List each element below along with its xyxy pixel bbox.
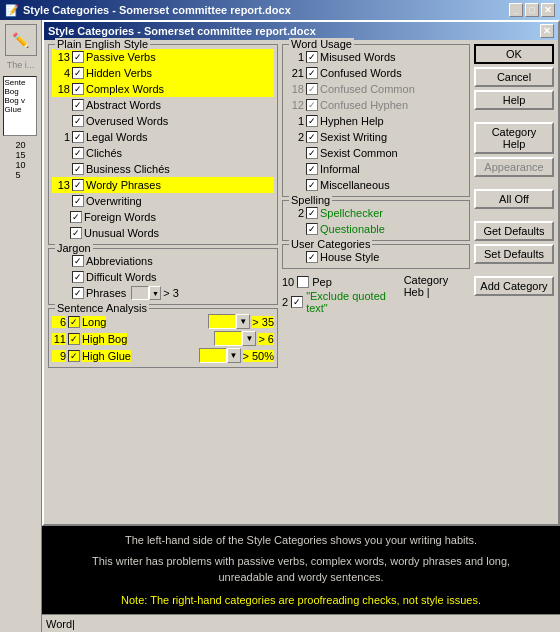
list-item[interactable]: 21 ✓ Confused Words <box>286 65 466 81</box>
list-item[interactable]: ✓ Foreign Words <box>52 209 274 225</box>
checkbox-passive[interactable]: ✓ <box>72 51 84 63</box>
close-button[interactable]: ✕ <box>541 3 555 17</box>
sidebar-text-area: SenteBogBog vGlue <box>3 76 39 136</box>
label-phrases: Phrases <box>86 287 126 299</box>
checkbox-misc[interactable]: ✓ <box>306 179 318 191</box>
bog-dropdown-arrow[interactable]: ▼ <box>242 331 256 346</box>
appearance-button[interactable]: Appearance <box>474 157 554 177</box>
list-item[interactable]: 11 ✓ High Bog ▼ > 6 <box>52 330 274 347</box>
checkbox-unusual[interactable]: ✓ <box>70 227 82 239</box>
checkbox-hyphen-help[interactable]: ✓ <box>306 115 318 127</box>
checkbox-phrases[interactable]: ✓ <box>72 287 84 299</box>
label-house-style: House Style <box>320 251 379 263</box>
label-overwriting: Overwriting <box>86 195 142 207</box>
checkbox-confused-common[interactable]: ✓ <box>306 83 318 95</box>
list-item[interactable]: 1 ✓ Legal Words <box>52 129 274 145</box>
list-item[interactable]: ✓ House Style <box>286 249 466 265</box>
label-informal: Informal <box>320 163 360 175</box>
list-item[interactable]: ✓ Phrases ▼ > 3 <box>52 285 274 301</box>
checkbox-exclude[interactable]: ✓ <box>291 296 303 308</box>
dialog-close-button[interactable]: ✕ <box>540 24 554 38</box>
checkbox-cliches[interactable]: ✓ <box>72 147 84 159</box>
list-item[interactable]: ✓ Abbreviations <box>52 253 274 269</box>
checkbox-questionable[interactable]: ✓ <box>306 223 318 235</box>
list-item[interactable]: 12 ✓ Confused Hyphen <box>286 97 466 113</box>
checkbox-misused[interactable]: ✓ <box>306 51 318 63</box>
glue-dropdown-arrow[interactable]: ▼ <box>227 348 241 363</box>
checkbox-legal[interactable]: ✓ <box>72 131 84 143</box>
list-item[interactable]: ✓ Overwriting <box>52 193 274 209</box>
maximize-button[interactable]: □ <box>525 3 539 17</box>
checkbox-overwriting[interactable]: ✓ <box>72 195 84 207</box>
label-unusual: Unusual Words <box>84 227 159 239</box>
get-defaults-button[interactable]: Get Defaults <box>474 221 554 241</box>
list-item[interactable]: ✓ Overused Words <box>52 113 274 129</box>
label-biz-cliches: Business Clichés <box>86 163 170 175</box>
buttons-column: OK Cancel Help Category Help Appearance … <box>474 44 554 314</box>
checkbox-overused[interactable]: ✓ <box>72 115 84 127</box>
checkbox-wordy[interactable]: ✓ <box>72 179 84 191</box>
status-bar: Word| <box>42 614 560 632</box>
list-item[interactable]: 18 ✓ Complex Words <box>52 81 274 97</box>
ok-button[interactable]: OK <box>474 44 554 64</box>
list-item[interactable]: ✓ Difficult Words <box>52 269 274 285</box>
glue-dropdown[interactable] <box>199 348 227 363</box>
glue-threshold: > 50% <box>243 350 275 362</box>
list-item[interactable]: 1 ✓ Misused Words <box>286 49 466 65</box>
checkbox-difficult[interactable]: ✓ <box>72 271 84 283</box>
checkbox-house-style[interactable]: ✓ <box>306 251 318 263</box>
checkbox-abstract[interactable]: ✓ <box>72 99 84 111</box>
add-category-button[interactable]: Add Category <box>474 276 554 296</box>
checkbox-sexist-common[interactable]: ✓ <box>306 147 318 159</box>
list-item[interactable]: ✓ Business Clichés <box>52 161 274 177</box>
checkbox-foreign[interactable]: ✓ <box>70 211 82 223</box>
list-item[interactable]: ✓ Unusual Words <box>52 225 274 241</box>
list-item[interactable]: 13 ✓ Passive Verbs <box>52 49 274 65</box>
sidebar-icon-pencil[interactable]: ✏️ <box>5 24 37 56</box>
list-item[interactable]: ✓ Clichés <box>52 145 274 161</box>
list-item[interactable]: ✓ Sexist Common <box>286 145 466 161</box>
list-item[interactable]: 1 ✓ Hyphen Help <box>286 113 466 129</box>
list-item[interactable]: ✓ Abstract Words <box>52 97 274 113</box>
list-item[interactable]: ✓ Questionable <box>286 221 466 237</box>
checkbox-sexist[interactable]: ✓ <box>306 131 318 143</box>
list-item[interactable]: 4 ✓ Hidden Verbs <box>52 65 274 81</box>
checkbox-long[interactable]: ✓ <box>68 316 80 328</box>
checkbox-bog[interactable]: ✓ <box>68 333 80 345</box>
list-item[interactable]: 18 ✓ Confused Common <box>286 81 466 97</box>
list-item[interactable]: ✓ Miscellaneous <box>286 177 466 193</box>
label-misc: Miscellaneous <box>320 179 390 191</box>
help-button[interactable]: Help <box>474 90 554 110</box>
long-dropdown-arrow[interactable]: ▼ <box>236 314 250 329</box>
checkbox-glue[interactable]: ✓ <box>68 350 80 362</box>
all-off-button[interactable]: All Off <box>474 189 554 209</box>
sidebar-label: The i... <box>7 60 35 70</box>
checkbox-confused-hyphen[interactable]: ✓ <box>306 99 318 111</box>
list-item[interactable]: 2 ✓ Spellchecker <box>286 205 466 221</box>
cancel-button[interactable]: Cancel <box>474 67 554 87</box>
phrases-dropdown[interactable] <box>131 286 149 300</box>
checkbox-biz-cliches[interactable]: ✓ <box>72 163 84 175</box>
list-item[interactable]: ✓ Informal <box>286 161 466 177</box>
list-item[interactable]: 2 ✓ Sexist Writing <box>286 129 466 145</box>
set-defaults-button[interactable]: Set Defaults <box>474 244 554 264</box>
checkbox-spellchecker[interactable]: ✓ <box>306 207 318 219</box>
phrases-dropdown-arrow[interactable]: ▼ <box>149 286 161 300</box>
checkbox-pep[interactable] <box>297 276 309 288</box>
count-glue: 9 <box>52 350 66 362</box>
category-help-button[interactable]: Category Help <box>474 122 554 154</box>
label-pep: Pep <box>312 276 332 288</box>
long-dropdown[interactable] <box>208 314 236 329</box>
checkbox-informal[interactable]: ✓ <box>306 163 318 175</box>
minimize-button[interactable]: _ <box>509 3 523 17</box>
checkbox-confused[interactable]: ✓ <box>306 67 318 79</box>
label-misused: Misused Words <box>320 51 396 63</box>
bog-dropdown[interactable] <box>214 331 242 346</box>
list-item[interactable]: 9 ✓ High Glue ▼ > 50% <box>52 347 274 364</box>
checkbox-hidden[interactable]: ✓ <box>72 67 84 79</box>
checkbox-abbrev[interactable]: ✓ <box>72 255 84 267</box>
list-item[interactable]: 13 ✓ Wordy Phrases <box>52 177 274 193</box>
count-bog: 11 <box>52 333 66 345</box>
list-item[interactable]: 6 ✓ Long ▼ > 35 <box>52 313 274 330</box>
checkbox-complex[interactable]: ✓ <box>72 83 84 95</box>
